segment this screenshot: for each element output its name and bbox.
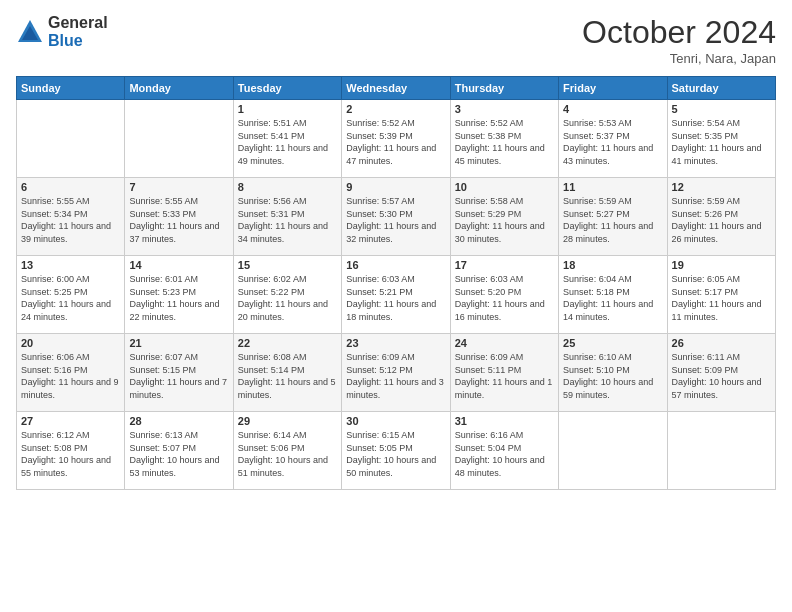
calendar-cell: 21Sunrise: 6:07 AMSunset: 5:15 PMDayligh…: [125, 334, 233, 412]
weekday-sunday: Sunday: [17, 77, 125, 100]
day-number: 8: [238, 181, 337, 193]
day-number: 14: [129, 259, 228, 271]
day-info: Sunrise: 5:51 AMSunset: 5:41 PMDaylight:…: [238, 117, 337, 167]
calendar-cell: 5Sunrise: 5:54 AMSunset: 5:35 PMDaylight…: [667, 100, 775, 178]
calendar-cell: [559, 412, 667, 490]
calendar-cell: 29Sunrise: 6:14 AMSunset: 5:06 PMDayligh…: [233, 412, 341, 490]
day-info: Sunrise: 5:55 AMSunset: 5:34 PMDaylight:…: [21, 195, 120, 245]
calendar-cell: 17Sunrise: 6:03 AMSunset: 5:20 PMDayligh…: [450, 256, 558, 334]
calendar-cell: 13Sunrise: 6:00 AMSunset: 5:25 PMDayligh…: [17, 256, 125, 334]
day-info: Sunrise: 6:05 AMSunset: 5:17 PMDaylight:…: [672, 273, 771, 323]
day-info: Sunrise: 6:08 AMSunset: 5:14 PMDaylight:…: [238, 351, 337, 401]
weekday-saturday: Saturday: [667, 77, 775, 100]
day-info: Sunrise: 6:14 AMSunset: 5:06 PMDaylight:…: [238, 429, 337, 479]
day-info: Sunrise: 6:10 AMSunset: 5:10 PMDaylight:…: [563, 351, 662, 401]
day-info: Sunrise: 5:57 AMSunset: 5:30 PMDaylight:…: [346, 195, 445, 245]
day-number: 13: [21, 259, 120, 271]
calendar-cell: 27Sunrise: 6:12 AMSunset: 5:08 PMDayligh…: [17, 412, 125, 490]
calendar-cell: 25Sunrise: 6:10 AMSunset: 5:10 PMDayligh…: [559, 334, 667, 412]
day-number: 1: [238, 103, 337, 115]
day-info: Sunrise: 6:00 AMSunset: 5:25 PMDaylight:…: [21, 273, 120, 323]
day-number: 11: [563, 181, 662, 193]
day-number: 24: [455, 337, 554, 349]
day-number: 3: [455, 103, 554, 115]
day-number: 19: [672, 259, 771, 271]
day-info: Sunrise: 6:12 AMSunset: 5:08 PMDaylight:…: [21, 429, 120, 479]
weekday-wednesday: Wednesday: [342, 77, 450, 100]
day-info: Sunrise: 6:06 AMSunset: 5:16 PMDaylight:…: [21, 351, 120, 401]
calendar-cell: [667, 412, 775, 490]
day-info: Sunrise: 6:04 AMSunset: 5:18 PMDaylight:…: [563, 273, 662, 323]
calendar: SundayMondayTuesdayWednesdayThursdayFrid…: [16, 76, 776, 490]
weekday-monday: Monday: [125, 77, 233, 100]
calendar-cell: 10Sunrise: 5:58 AMSunset: 5:29 PMDayligh…: [450, 178, 558, 256]
calendar-cell: 3Sunrise: 5:52 AMSunset: 5:38 PMDaylight…: [450, 100, 558, 178]
week-row-1: 6Sunrise: 5:55 AMSunset: 5:34 PMDaylight…: [17, 178, 776, 256]
day-number: 7: [129, 181, 228, 193]
day-number: 18: [563, 259, 662, 271]
calendar-cell: 20Sunrise: 6:06 AMSunset: 5:16 PMDayligh…: [17, 334, 125, 412]
day-number: 23: [346, 337, 445, 349]
calendar-cell: 12Sunrise: 5:59 AMSunset: 5:26 PMDayligh…: [667, 178, 775, 256]
weekday-row: SundayMondayTuesdayWednesdayThursdayFrid…: [17, 77, 776, 100]
day-info: Sunrise: 6:02 AMSunset: 5:22 PMDaylight:…: [238, 273, 337, 323]
day-info: Sunrise: 6:16 AMSunset: 5:04 PMDaylight:…: [455, 429, 554, 479]
logo-icon: [16, 18, 44, 46]
day-info: Sunrise: 5:53 AMSunset: 5:37 PMDaylight:…: [563, 117, 662, 167]
page: General Blue October 2024 Tenri, Nara, J…: [0, 0, 792, 612]
calendar-header: SundayMondayTuesdayWednesdayThursdayFrid…: [17, 77, 776, 100]
day-info: Sunrise: 6:11 AMSunset: 5:09 PMDaylight:…: [672, 351, 771, 401]
logo-blue: Blue: [48, 32, 108, 50]
location: Tenri, Nara, Japan: [582, 51, 776, 66]
month-title: October 2024: [582, 14, 776, 51]
calendar-cell: 8Sunrise: 5:56 AMSunset: 5:31 PMDaylight…: [233, 178, 341, 256]
day-info: Sunrise: 5:52 AMSunset: 5:39 PMDaylight:…: [346, 117, 445, 167]
day-info: Sunrise: 6:03 AMSunset: 5:20 PMDaylight:…: [455, 273, 554, 323]
day-info: Sunrise: 6:13 AMSunset: 5:07 PMDaylight:…: [129, 429, 228, 479]
logo-text: General Blue: [48, 14, 108, 49]
calendar-body: 1Sunrise: 5:51 AMSunset: 5:41 PMDaylight…: [17, 100, 776, 490]
day-number: 10: [455, 181, 554, 193]
week-row-2: 13Sunrise: 6:00 AMSunset: 5:25 PMDayligh…: [17, 256, 776, 334]
calendar-cell: 19Sunrise: 6:05 AMSunset: 5:17 PMDayligh…: [667, 256, 775, 334]
weekday-friday: Friday: [559, 77, 667, 100]
day-number: 15: [238, 259, 337, 271]
day-info: Sunrise: 5:52 AMSunset: 5:38 PMDaylight:…: [455, 117, 554, 167]
calendar-cell: 4Sunrise: 5:53 AMSunset: 5:37 PMDaylight…: [559, 100, 667, 178]
day-number: 17: [455, 259, 554, 271]
day-number: 2: [346, 103, 445, 115]
calendar-cell: 11Sunrise: 5:59 AMSunset: 5:27 PMDayligh…: [559, 178, 667, 256]
day-number: 22: [238, 337, 337, 349]
calendar-cell: 18Sunrise: 6:04 AMSunset: 5:18 PMDayligh…: [559, 256, 667, 334]
day-number: 9: [346, 181, 445, 193]
day-number: 5: [672, 103, 771, 115]
calendar-cell: 9Sunrise: 5:57 AMSunset: 5:30 PMDaylight…: [342, 178, 450, 256]
logo-general: General: [48, 14, 108, 32]
day-info: Sunrise: 5:55 AMSunset: 5:33 PMDaylight:…: [129, 195, 228, 245]
calendar-cell: 30Sunrise: 6:15 AMSunset: 5:05 PMDayligh…: [342, 412, 450, 490]
calendar-cell: [17, 100, 125, 178]
day-number: 28: [129, 415, 228, 427]
calendar-cell: 24Sunrise: 6:09 AMSunset: 5:11 PMDayligh…: [450, 334, 558, 412]
calendar-cell: 16Sunrise: 6:03 AMSunset: 5:21 PMDayligh…: [342, 256, 450, 334]
day-number: 30: [346, 415, 445, 427]
day-number: 31: [455, 415, 554, 427]
calendar-cell: 2Sunrise: 5:52 AMSunset: 5:39 PMDaylight…: [342, 100, 450, 178]
day-info: Sunrise: 5:54 AMSunset: 5:35 PMDaylight:…: [672, 117, 771, 167]
day-info: Sunrise: 6:01 AMSunset: 5:23 PMDaylight:…: [129, 273, 228, 323]
calendar-cell: 6Sunrise: 5:55 AMSunset: 5:34 PMDaylight…: [17, 178, 125, 256]
day-info: Sunrise: 6:09 AMSunset: 5:11 PMDaylight:…: [455, 351, 554, 401]
day-number: 4: [563, 103, 662, 115]
day-info: Sunrise: 6:03 AMSunset: 5:21 PMDaylight:…: [346, 273, 445, 323]
calendar-cell: 23Sunrise: 6:09 AMSunset: 5:12 PMDayligh…: [342, 334, 450, 412]
day-number: 25: [563, 337, 662, 349]
day-info: Sunrise: 6:15 AMSunset: 5:05 PMDaylight:…: [346, 429, 445, 479]
day-number: 12: [672, 181, 771, 193]
day-number: 27: [21, 415, 120, 427]
week-row-3: 20Sunrise: 6:06 AMSunset: 5:16 PMDayligh…: [17, 334, 776, 412]
weekday-thursday: Thursday: [450, 77, 558, 100]
calendar-cell: 31Sunrise: 6:16 AMSunset: 5:04 PMDayligh…: [450, 412, 558, 490]
day-info: Sunrise: 5:59 AMSunset: 5:26 PMDaylight:…: [672, 195, 771, 245]
calendar-cell: 14Sunrise: 6:01 AMSunset: 5:23 PMDayligh…: [125, 256, 233, 334]
calendar-cell: 28Sunrise: 6:13 AMSunset: 5:07 PMDayligh…: [125, 412, 233, 490]
